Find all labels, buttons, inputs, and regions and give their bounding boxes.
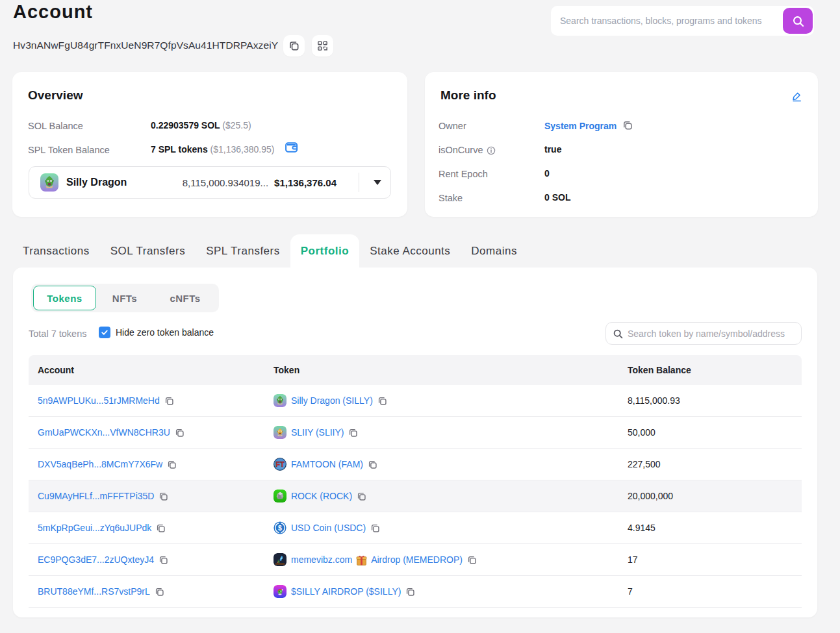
- token-balance: 8,115,000.93: [628, 395, 802, 406]
- spl-balance-label: SPL Token Balance: [28, 145, 110, 155]
- divider: [359, 173, 359, 192]
- copy-icon: [288, 40, 299, 51]
- token-selector-dropdown[interactable]: Silly Dragon 8,115,000.934019... $1,136,…: [29, 166, 391, 199]
- sol-balance-usd: ($25.5): [222, 120, 251, 130]
- copy-icon[interactable]: [467, 555, 477, 565]
- token-search-input[interactable]: [606, 323, 801, 344]
- account-link[interactable]: 5mKpRpGeui...zYq6uJUPdk: [38, 523, 151, 533]
- token-selector-name: Silly Dragon: [66, 177, 127, 188]
- copy-icon[interactable]: [156, 523, 166, 533]
- table-row: BRUT88eYMf...RS7vstP9rL $SILLY AIRDROP (…: [29, 576, 802, 608]
- table-header: Account Token Token Balance: [29, 355, 802, 385]
- hide-zero-toggle[interactable]: Hide zero token balance: [99, 327, 214, 338]
- token-icon-rock: [274, 490, 286, 503]
- portfolio-panel: Tokens NFTs cNFTs Total 7 tokens Hide ze…: [13, 267, 817, 617]
- account-link[interactable]: DXV5aqBePh...8MCmY7X6Fw: [38, 459, 162, 469]
- owner-value: System Program: [544, 120, 633, 131]
- tab-spl-transfers[interactable]: SPL Transfers: [196, 234, 290, 267]
- copy-icon[interactable]: [159, 491, 168, 501]
- token-balance: 50,000: [628, 427, 802, 438]
- more-info-title: More info: [440, 88, 496, 103]
- global-search-button[interactable]: [783, 8, 813, 34]
- copy-icon[interactable]: [167, 460, 177, 469]
- total-tokens-text: Total 7 tokens: [29, 329, 86, 339]
- copy-icon[interactable]: [405, 587, 415, 597]
- account-page: Account Hv3nANwFgU84grTFnxUeN9R7QfpVsAu4…: [0, 0, 840, 633]
- table-row: 5n9AWPLUKu...51rJMRMeHd Silly Dragon (SI…: [29, 385, 802, 417]
- page-title: Account: [13, 1, 93, 23]
- account-link[interactable]: BRUT88eYMf...RS7vstP9rL: [38, 586, 150, 597]
- token-link[interactable]: Silly Dragon (SILLY): [291, 395, 373, 406]
- silly-dragon-token-icon: [40, 173, 58, 192]
- tokens-table: Account Token Token Balance 5n9AWPLUKu..…: [29, 355, 802, 608]
- address-row: Hv3nANwFgU84grTFnxUeN9R7QfpVsAu41HTDRPAx…: [13, 34, 333, 56]
- token-link[interactable]: ROCK (ROCK): [291, 491, 352, 501]
- account-tabs: Transactions SOL Transfers SPL Transfers…: [12, 234, 528, 267]
- tab-stake-accounts[interactable]: Stake Accounts: [359, 234, 461, 267]
- stake-value: 0 SOL: [544, 192, 570, 203]
- table-row: 5mKpRpGeui...zYq6uJUPdk USD Coin (USDC) …: [29, 512, 802, 544]
- segment-nfts[interactable]: NFTs: [96, 286, 153, 310]
- token-link[interactable]: $SILLY AIRDROP ($SILLY): [291, 586, 401, 597]
- tab-transactions[interactable]: Transactions: [12, 234, 100, 267]
- copy-icon[interactable]: [175, 428, 185, 438]
- tab-domains[interactable]: Domains: [461, 234, 528, 267]
- token-balance: 20,000,000: [628, 491, 802, 501]
- qr-code-button[interactable]: [312, 35, 333, 56]
- copy-icon[interactable]: [370, 523, 380, 533]
- token-link[interactable]: memevibz.comAirdrop (MEMEDROP): [291, 554, 463, 566]
- table-row: GmUaPWCKXn...VfWN8CHR3U SLIIY (SLIIY) 50…: [29, 417, 802, 449]
- owner-link[interactable]: System Program: [544, 121, 617, 131]
- segment-tokens[interactable]: Tokens: [33, 286, 96, 310]
- hide-zero-checkbox[interactable]: [99, 327, 110, 338]
- wallet-icon[interactable]: [285, 141, 298, 154]
- qr-code-icon: [317, 40, 328, 51]
- global-search-input[interactable]: [551, 6, 814, 36]
- rent-epoch-value: 0: [544, 168, 550, 179]
- token-balance: 4.9145: [628, 523, 802, 533]
- account-link[interactable]: Cu9MAyHFLf...mFFFTPi35D: [38, 491, 154, 501]
- spl-balance-usd: ($1,136,380.95): [210, 144, 275, 155]
- header-account: Account: [29, 365, 274, 375]
- info-icon[interactable]: [487, 146, 496, 155]
- copy-address-button[interactable]: [283, 35, 305, 56]
- more-info-card: More info Owner System Program isOnCurve…: [425, 72, 818, 217]
- token-link[interactable]: USD Coin (USDC): [291, 523, 366, 533]
- sol-balance-value: 0.22903579 SOL ($25.5): [151, 120, 251, 130]
- copy-owner-icon[interactable]: [622, 120, 633, 130]
- account-link[interactable]: 5n9AWPLUKu...51rJMRMeHd: [38, 395, 160, 406]
- overview-card: Overview SOL Balance 0.22903579 SOL ($25…: [12, 72, 407, 217]
- account-link[interactable]: EC9PQG3dE7...2zUQxteyJ4: [38, 554, 154, 565]
- is-on-curve-value: true: [544, 144, 561, 155]
- token-selector-usd: $1,136,376.04: [274, 177, 337, 188]
- account-address: Hv3nANwFgU84grTFnxUeN9R7QfpVsAu41HTDRPAx…: [13, 40, 278, 51]
- header-token: Token: [274, 365, 628, 375]
- owner-label: Owner: [439, 121, 466, 131]
- token-search: [605, 322, 802, 345]
- edit-icon[interactable]: [791, 91, 802, 102]
- token-link[interactable]: SLIIY (SLIIY): [291, 427, 344, 438]
- token-icon-silly-dragon: [274, 394, 286, 407]
- header-token-balance: Token Balance: [628, 365, 802, 375]
- is-on-curve-label: isOnCurve: [439, 145, 496, 155]
- account-link[interactable]: GmUaPWCKXn...VfWN8CHR3U: [38, 427, 170, 438]
- copy-icon[interactable]: [377, 396, 387, 406]
- copy-icon[interactable]: [368, 460, 377, 469]
- copy-icon[interactable]: [155, 587, 164, 597]
- tab-sol-transfers[interactable]: SOL Transfers: [100, 234, 196, 267]
- table-row: DXV5aqBePh...8MCmY7X6Fw FAMTOON (FAM) 22…: [29, 449, 802, 480]
- token-icon-silly-airdrop: [274, 585, 286, 598]
- token-balance: 7: [628, 586, 802, 597]
- tab-portfolio[interactable]: Portfolio: [290, 234, 359, 267]
- segment-cnfts[interactable]: cNFTs: [153, 286, 217, 310]
- copy-icon[interactable]: [159, 555, 168, 565]
- copy-icon[interactable]: [348, 428, 358, 438]
- token-link[interactable]: FAMTOON (FAM): [291, 459, 363, 469]
- hide-zero-label: Hide zero token balance: [116, 327, 214, 338]
- table-row-highlighted: Cu9MAyHFLf...mFFFTPi35D ROCK (ROCK) 20,0…: [29, 480, 802, 512]
- copy-icon[interactable]: [164, 396, 174, 406]
- token-icon-memedrop: [274, 553, 286, 566]
- token-balance: 227,500: [628, 459, 802, 469]
- copy-icon[interactable]: [357, 491, 366, 501]
- table-row: EC9PQG3dE7...2zUQxteyJ4 memevibz.comAird…: [29, 544, 802, 576]
